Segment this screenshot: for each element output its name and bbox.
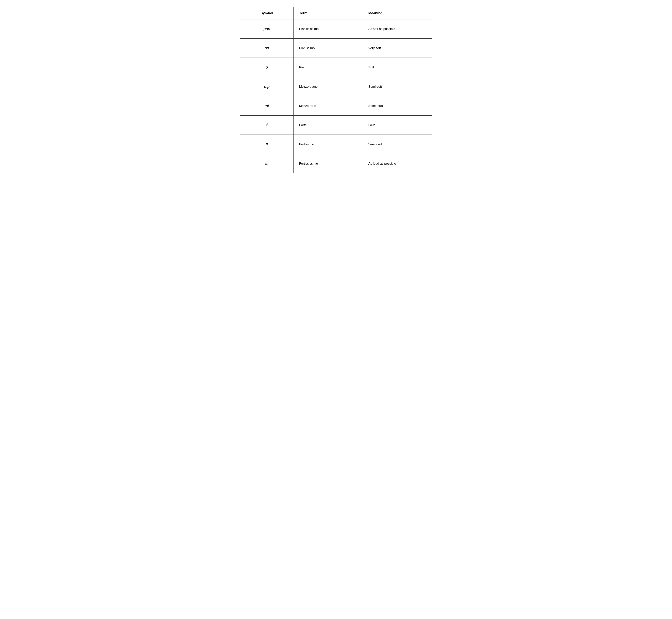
dynamics-table-container: Symbol Term Meaning pppPianississimoAs s… <box>240 7 432 174</box>
cell-symbol: ppp <box>240 19 294 39</box>
table-row: ppPianissimoVery soft <box>240 39 432 58</box>
cell-meaning: Semi-soft <box>363 77 432 96</box>
cell-term: Fortissimo <box>294 135 363 154</box>
cell-symbol: mf <box>240 96 294 116</box>
cell-term: Pianissimo <box>294 39 363 58</box>
cell-symbol: p <box>240 58 294 77</box>
table-header-row: Symbol Term Meaning <box>240 7 432 19</box>
cell-symbol: f <box>240 116 294 135</box>
header-term: Term <box>294 7 363 19</box>
table-row: ffFortissimoVery loud <box>240 135 432 154</box>
table-row: fForteLoud <box>240 116 432 135</box>
cell-term: Fortississimo <box>294 154 363 173</box>
cell-symbol: ff <box>240 135 294 154</box>
cell-term: Forte <box>294 116 363 135</box>
header-meaning: Meaning <box>363 7 432 19</box>
table-row: pppPianississimoAs soft as possible <box>240 19 432 39</box>
cell-symbol: pp <box>240 39 294 58</box>
cell-meaning: As loud as possible <box>363 154 432 173</box>
table-row: mpMezzo-pianoSemi-soft <box>240 77 432 96</box>
cell-meaning: Semi-loud <box>363 96 432 116</box>
header-symbol: Symbol <box>240 7 294 19</box>
table-row: mfMezzo-forteSemi-loud <box>240 96 432 116</box>
cell-meaning: Loud <box>363 116 432 135</box>
cell-term: Pianississimo <box>294 19 363 39</box>
cell-meaning: Very loud <box>363 135 432 154</box>
dynamics-table: Symbol Term Meaning pppPianississimoAs s… <box>240 7 432 174</box>
cell-meaning: Very soft <box>363 39 432 58</box>
cell-term: Mezzo-forte <box>294 96 363 116</box>
cell-meaning: Soft <box>363 58 432 77</box>
cell-meaning: As soft as possible <box>363 19 432 39</box>
table-row: pPianoSoft <box>240 58 432 77</box>
cell-symbol: fff <box>240 154 294 173</box>
table-row: fffFortississimoAs loud as possible <box>240 154 432 173</box>
cell-term: Mezzo-piano <box>294 77 363 96</box>
cell-term: Piano <box>294 58 363 77</box>
cell-symbol: mp <box>240 77 294 96</box>
